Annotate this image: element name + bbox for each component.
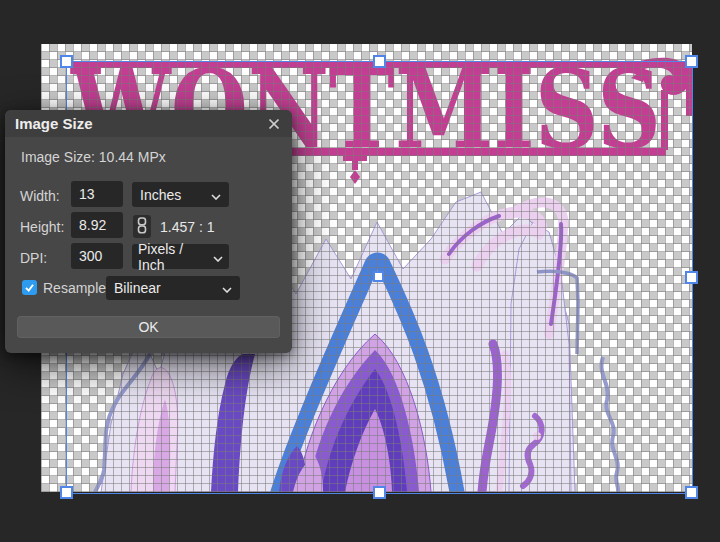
dialog-header[interactable]: Image Size <box>5 110 292 137</box>
ok-button[interactable]: OK <box>17 316 280 338</box>
selection-handle-bottom-center[interactable] <box>373 486 386 499</box>
image-size-info: Image Size: 10.44 MPx <box>21 149 166 165</box>
dialog-title: Image Size <box>15 115 93 132</box>
selection-handle-bottom-left[interactable] <box>60 486 73 499</box>
resample-label: Resample <box>43 280 106 296</box>
width-unit-value: Inches <box>140 187 181 203</box>
close-icon[interactable] <box>266 116 282 132</box>
dpi-input[interactable] <box>71 243 123 269</box>
resample-method-select[interactable]: Bilinear <box>106 276 240 300</box>
dpi-unit-select[interactable]: Pixels / Inch <box>132 244 229 269</box>
selection-handle-top-center[interactable] <box>373 55 386 68</box>
chevron-down-icon <box>222 280 232 296</box>
width-input[interactable] <box>71 181 123 207</box>
width-label: Width: <box>20 188 60 204</box>
selection-handle-middle-right[interactable] <box>685 271 698 284</box>
height-input[interactable] <box>71 212 123 238</box>
image-size-dialog: Image Size Image Size: 10.44 MPx Width: … <box>5 110 292 353</box>
height-label: Height: <box>20 219 64 235</box>
resample-checkbox[interactable] <box>22 280 37 295</box>
selection-handle-bottom-right[interactable] <box>685 486 698 499</box>
resample-method-value: Bilinear <box>114 280 161 296</box>
chevron-down-icon <box>211 187 221 203</box>
selection-handle-top-left[interactable] <box>60 55 73 68</box>
chain-link-icon <box>137 217 147 237</box>
selection-handle-top-right[interactable] <box>685 55 698 68</box>
aspect-ratio-value: 1.457 : 1 <box>160 219 215 235</box>
width-unit-select[interactable]: Inches <box>132 182 229 207</box>
dpi-unit-value: Pixels / Inch <box>138 241 213 273</box>
dpi-label: DPI: <box>20 250 47 266</box>
chevron-down-icon <box>213 249 223 265</box>
checkmark-icon <box>24 280 35 296</box>
link-dimensions-toggle[interactable] <box>133 215 151 238</box>
transform-center-marker[interactable] <box>373 271 384 282</box>
